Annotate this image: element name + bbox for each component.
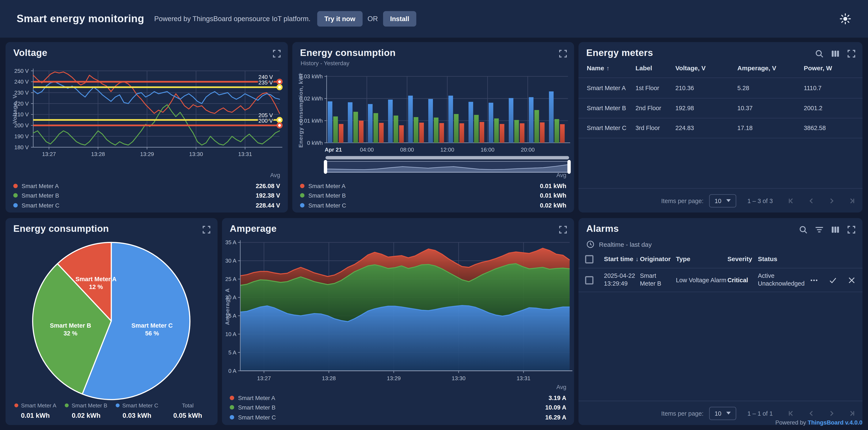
- svg-text:25 A: 25 A: [225, 276, 237, 282]
- fullscreen-icon[interactable]: [559, 49, 567, 58]
- table-row[interactable]: Smart Meter B 2nd Floor 192.98 10.37 200…: [578, 98, 862, 118]
- previous-page-button[interactable]: [808, 410, 815, 416]
- page-range-label: 1 – 1 of 1: [747, 410, 773, 416]
- legend-item-smart-meter-c[interactable]: Smart Meter C 0.02 kWh: [300, 201, 566, 210]
- chevron-down-icon: [726, 412, 731, 414]
- voltage-legend: Avg Smart Meter A 226.08 V Smart Meter B…: [13, 172, 280, 210]
- energy-meters-widget: Energy meters Name↑ Label Voltage, V Amp…: [578, 42, 862, 212]
- column-type[interactable]: Type: [676, 256, 727, 262]
- voltage-chart[interactable]: 250 V240 V230 V220 V210 V200 V190 V180 V…: [10, 66, 283, 168]
- svg-text:13:31: 13:31: [517, 375, 530, 381]
- more-actions-icon[interactable]: [810, 276, 818, 284]
- time-range-slider[interactable]: [326, 156, 569, 173]
- fullscreen-icon[interactable]: [559, 225, 567, 234]
- fullscreen-icon[interactable]: [202, 225, 211, 234]
- columns-icon[interactable]: [831, 225, 840, 234]
- svg-text:08:00: 08:00: [400, 147, 414, 153]
- cell-power: 2001.2: [804, 105, 863, 111]
- pie-legend-item-smart-meter-a[interactable]: Smart Meter A 0.01 kWh: [10, 400, 61, 420]
- legend-item-smart-meter-a[interactable]: Smart Meter A 3.19 A: [230, 393, 566, 403]
- svg-text:30 A: 30 A: [225, 257, 237, 264]
- row-checkbox[interactable]: [585, 276, 593, 284]
- legend-value: 228.44 V: [256, 202, 280, 209]
- series-dot: [116, 403, 120, 407]
- column-originator[interactable]: Originator: [640, 256, 676, 262]
- try-it-now-button[interactable]: Try it now: [317, 11, 363, 26]
- series-dot: [13, 203, 18, 208]
- series-dot: [300, 184, 304, 188]
- items-per-page-label: Items per page:: [661, 410, 703, 416]
- legend-item-smart-meter-a[interactable]: Smart Meter A 0.01 kWh: [300, 181, 566, 191]
- legend-item-smart-meter-a[interactable]: Smart Meter A 226.08 V: [13, 181, 280, 191]
- fullscreen-icon[interactable]: [847, 225, 856, 234]
- thingsboard-version-link[interactable]: ThingsBoard v.4.0.0: [808, 419, 863, 426]
- column-amperage[interactable]: Amperage, V: [737, 65, 804, 71]
- legend-item-smart-meter-b[interactable]: Smart Meter B 10.09 A: [230, 403, 566, 412]
- install-button[interactable]: Install: [383, 11, 416, 26]
- acknowledge-check-icon[interactable]: [829, 276, 837, 284]
- pie-chart[interactable]: Smart Meter C56 %Smart Meter B32 %Smart …: [5, 239, 217, 403]
- dashboard: Smart energy monitoring Powered by Thing…: [0, 0, 868, 430]
- column-name[interactable]: Name↑: [587, 65, 636, 71]
- table-row[interactable]: Smart Meter A 1st Floor 210.36 5.28 1110…: [578, 78, 862, 98]
- alarm-row[interactable]: 2025-04-22 13:29:49 Smart Meter B Low Vo…: [578, 268, 862, 292]
- svg-text:Voltage, V: Voltage, V: [11, 95, 18, 124]
- cell-severity: Critical: [727, 277, 758, 283]
- first-page-button[interactable]: [788, 410, 795, 416]
- clear-close-icon[interactable]: [847, 276, 856, 284]
- columns-icon[interactable]: [831, 49, 840, 58]
- page-size-select[interactable]: 10: [709, 194, 736, 207]
- energy-history-title: Energy consumption: [300, 48, 396, 59]
- page-size-select[interactable]: 10: [709, 406, 736, 420]
- slider-preview[interactable]: [326, 161, 569, 173]
- legend-value: 16.29 A: [545, 414, 566, 421]
- slider-left-handle[interactable]: [324, 160, 327, 174]
- dashboard-title: Smart energy monitoring: [17, 13, 144, 25]
- cell-label: 2nd Floor: [636, 105, 676, 111]
- search-icon[interactable]: [799, 225, 808, 234]
- previous-page-button[interactable]: [808, 197, 815, 204]
- filter-icon[interactable]: [815, 225, 824, 234]
- legend-item-smart-meter-c[interactable]: Smart Meter C 228.44 V: [13, 201, 280, 210]
- search-icon[interactable]: [815, 49, 824, 58]
- column-severity[interactable]: Severity: [727, 256, 758, 262]
- svg-text:13:28: 13:28: [91, 151, 105, 157]
- slider-track[interactable]: [326, 156, 569, 159]
- cell-originator: Smart Meter B: [640, 272, 676, 287]
- column-voltage[interactable]: Voltage, V: [675, 65, 737, 71]
- last-page-button[interactable]: [848, 410, 855, 416]
- cell-name: Smart Meter B: [587, 105, 636, 111]
- legend-name: Smart Meter A: [238, 395, 275, 401]
- column-start-time[interactable]: Start time↓: [604, 256, 640, 262]
- legend-item-smart-meter-c[interactable]: Smart Meter C 16.29 A: [230, 412, 566, 422]
- timewindow-label: Realtime - last day: [599, 241, 652, 248]
- cell-type: Low Voltage Alarm: [676, 277, 727, 283]
- pie-legend-total: Total 0.05 kWh: [162, 400, 213, 420]
- last-page-button[interactable]: [848, 197, 855, 204]
- column-power[interactable]: Power, W: [804, 65, 863, 71]
- legend-value: 0.03 kWh: [112, 412, 162, 420]
- table-row[interactable]: Smart Meter C 3rd Floor 224.83 17.18 386…: [578, 118, 862, 138]
- cell-amperage: 17.18: [737, 125, 804, 131]
- fullscreen-icon[interactable]: [272, 49, 281, 58]
- svg-text:200 V: 200 V: [258, 118, 273, 124]
- energy-history-legend: Avg Smart Meter A 0.01 kWh Smart Meter B…: [300, 172, 566, 210]
- alarms-timewindow[interactable]: Realtime - last day: [586, 240, 652, 248]
- pie-legend-item-smart-meter-b[interactable]: Smart Meter B 0.02 kWh: [61, 400, 112, 420]
- fullscreen-icon[interactable]: [847, 49, 856, 58]
- next-page-button[interactable]: [828, 197, 835, 204]
- select-all-checkbox[interactable]: [585, 255, 593, 263]
- column-status[interactable]: Status: [758, 256, 810, 262]
- next-page-button[interactable]: [828, 410, 835, 416]
- slider-right-handle[interactable]: [567, 160, 571, 174]
- series-dot: [14, 403, 18, 407]
- theme-toggle-sun-icon[interactable]: [839, 13, 851, 25]
- legend-item-smart-meter-b[interactable]: Smart Meter B 192.38 V: [13, 191, 280, 200]
- column-label[interactable]: Label: [636, 65, 676, 71]
- legend-name: Smart Meter C: [238, 414, 276, 421]
- legend-item-smart-meter-b[interactable]: Smart Meter B 0.01 kWh: [300, 191, 566, 200]
- amperage-chart[interactable]: 35 A30 A25 A20 A15 A10 A5 A0 A13:2713:28…: [222, 238, 574, 385]
- pie-legend-item-smart-meter-c[interactable]: Smart Meter C 0.03 kWh: [112, 400, 162, 420]
- energy-history-chart[interactable]: 0 kWh0.01 kWh0.02 kWh0.03 kWhApr 2104:00…: [297, 73, 570, 156]
- first-page-button[interactable]: [788, 197, 795, 204]
